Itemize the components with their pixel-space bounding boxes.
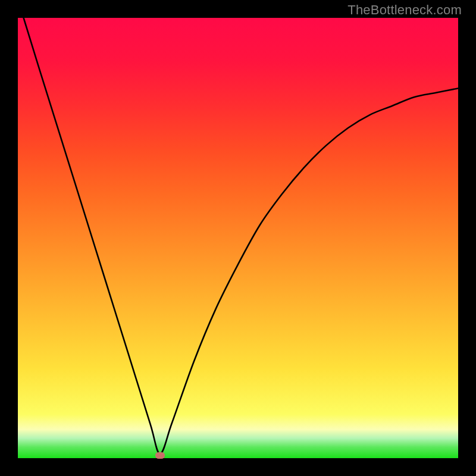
plot-area: [18, 18, 458, 458]
bottleneck-curve: [18, 18, 458, 458]
chart-frame: TheBottleneck.com: [0, 0, 476, 476]
watermark-text: TheBottleneck.com: [347, 2, 462, 18]
current-point-marker: [155, 452, 165, 459]
